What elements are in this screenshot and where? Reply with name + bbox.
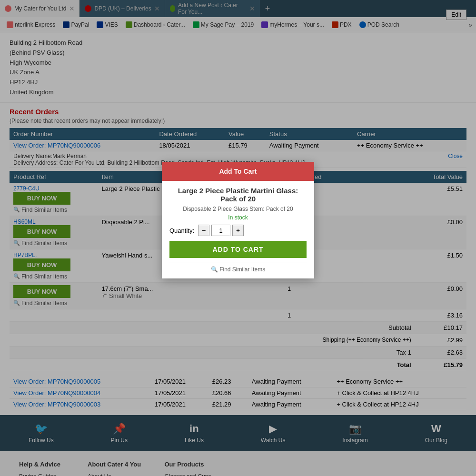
popup-qty-control: − + <box>198 225 244 236</box>
popup-divider <box>169 262 307 262</box>
popup-add-to-cart-header[interactable]: Add To Cart <box>162 162 314 181</box>
popup-overlay: Add To Cart Large 2 Piece Plastic Martin… <box>0 0 476 476</box>
popup-qty-plus-button[interactable]: + <box>232 225 244 236</box>
popup-header-label: Add To Cart <box>219 168 257 175</box>
popup-qty-row: Quantity: − + <box>169 225 307 236</box>
popup-card: Add To Cart Large 2 Piece Plastic Martin… <box>162 162 314 278</box>
popup-stock-status: In stock <box>169 214 307 221</box>
popup-qty-minus-button[interactable]: − <box>198 225 209 236</box>
popup-add-to-cart-button[interactable]: ADD TO CART <box>169 241 307 258</box>
popup-product-title: Large 2 Piece Plastic Martini Glass: Pac… <box>169 187 307 203</box>
popup-find-similar-label: Find Similar Items <box>219 266 265 273</box>
popup-product-subtitle: Disposable 2 Piece Glass Stem: Pack of 2… <box>169 206 307 212</box>
popup-find-similar[interactable]: 🔍 Find Similar Items <box>169 266 307 273</box>
popup-qty-label: Quantity: <box>169 227 194 234</box>
popup-qty-input[interactable] <box>211 225 230 236</box>
popup-body: Large 2 Piece Plastic Martini Glass: Pac… <box>162 181 314 278</box>
